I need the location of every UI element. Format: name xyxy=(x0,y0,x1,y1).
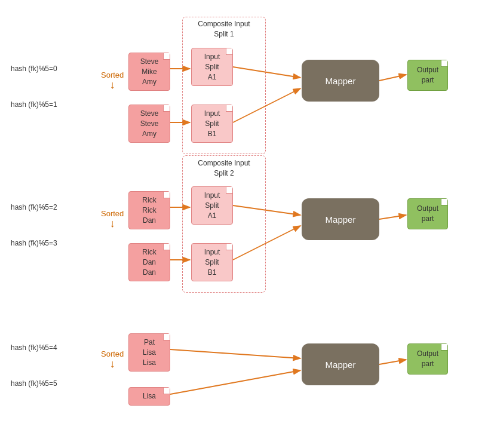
sorted-label-2: Sorted xyxy=(101,209,124,218)
sorted-label-1: Sorted xyxy=(101,70,124,79)
sorted-group-3: Sorted ↓ xyxy=(101,349,124,369)
output-3: Outputpart xyxy=(407,343,448,375)
svg-line-11 xyxy=(170,349,300,358)
diagram: hash (fk)%5=0 hash (fk)%5=1 Sorted ↓ Ste… xyxy=(0,0,491,448)
input-split-2b: InputSplitB1 xyxy=(191,243,233,281)
output-1: Outputpart xyxy=(407,60,448,91)
sorted-arrow-2: ↓ xyxy=(110,218,115,229)
svg-line-5 xyxy=(379,75,406,81)
svg-line-12 xyxy=(170,370,300,394)
data-card-2a: RickRickDan xyxy=(128,191,170,229)
sorted-arrow-3: ↓ xyxy=(110,358,115,369)
data-card-1a: SteveMikeAmy xyxy=(128,53,170,91)
data-card-3b: Lisa xyxy=(128,387,170,406)
input-split-1b: InputSplitB1 xyxy=(191,105,233,143)
sorted-label-3: Sorted xyxy=(101,349,124,358)
mapper-2: Mapper xyxy=(302,198,379,240)
sorted-group-2: Sorted ↓ xyxy=(101,209,124,229)
hash-label-5: hash (fk)%5=5 xyxy=(11,379,57,388)
output-2: Outputpart xyxy=(407,198,448,229)
hash-label-2: hash (fk)%5=2 xyxy=(11,203,57,211)
mapper-3: Mapper xyxy=(302,343,379,385)
input-split-2a: InputSplitA1 xyxy=(191,186,233,225)
data-card-2b: RickDanDan xyxy=(128,243,170,281)
data-card-1b: SteveSteveAmy xyxy=(128,105,170,143)
sorted-group-1: Sorted ↓ xyxy=(101,70,124,90)
hash-label-3: hash (fk)%5=3 xyxy=(11,239,57,247)
svg-line-13 xyxy=(379,360,406,364)
composite-title-2: Composite InputSplit 2 xyxy=(182,158,266,179)
data-card-3a: PatLisaLisa xyxy=(128,333,170,372)
mapper-1: Mapper xyxy=(302,60,379,102)
hash-label-4: hash (fk)%5=4 xyxy=(11,343,57,352)
input-split-1a: InputSplitA1 xyxy=(191,48,233,86)
svg-line-10 xyxy=(379,215,406,219)
hash-label-1: hash (fk)%5=1 xyxy=(11,100,57,109)
hash-label-0: hash (fk)%5=0 xyxy=(11,65,57,73)
composite-title-1: Composite InputSplit 1 xyxy=(182,19,266,39)
sorted-arrow-1: ↓ xyxy=(110,79,115,90)
